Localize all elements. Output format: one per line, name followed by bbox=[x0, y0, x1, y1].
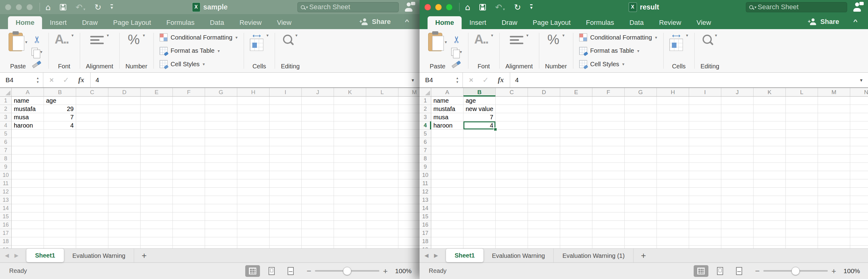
home-icon[interactable]: ⌂ bbox=[465, 3, 470, 11]
cell-A18[interactable] bbox=[431, 237, 463, 246]
cell-D15[interactable] bbox=[528, 212, 560, 221]
cell-J17[interactable] bbox=[721, 229, 753, 237]
cell-L6[interactable] bbox=[366, 138, 398, 146]
cell-J19[interactable] bbox=[721, 246, 753, 248]
cell-J10[interactable] bbox=[302, 171, 334, 179]
cell-C9[interactable] bbox=[496, 163, 528, 171]
cell-B8[interactable] bbox=[44, 154, 76, 163]
cell-G17[interactable] bbox=[205, 229, 237, 237]
tab-page-layout[interactable]: Page Layout bbox=[105, 16, 159, 29]
cell-N14[interactable] bbox=[850, 204, 868, 212]
cell-H9[interactable] bbox=[237, 163, 270, 171]
copy-button[interactable]: ▾ bbox=[32, 48, 42, 56]
view-normal-button[interactable] bbox=[245, 265, 260, 277]
col-header-I[interactable]: I bbox=[270, 88, 302, 97]
cell-B18[interactable] bbox=[44, 237, 76, 246]
cell-I8[interactable] bbox=[689, 154, 721, 163]
row-header-5[interactable]: 5 bbox=[0, 130, 12, 138]
cell-A4[interactable]: haroon bbox=[12, 121, 44, 130]
cell-G12[interactable] bbox=[625, 188, 657, 196]
cell-A14[interactable] bbox=[431, 204, 463, 212]
cell-J1[interactable] bbox=[302, 97, 334, 105]
cell-K19[interactable] bbox=[753, 246, 786, 248]
col-header-K[interactable]: K bbox=[753, 88, 786, 97]
undo-button[interactable]: ↶▾ bbox=[495, 3, 505, 11]
cell-N18[interactable] bbox=[850, 237, 868, 246]
cell-F15[interactable] bbox=[592, 212, 625, 221]
cell-A7[interactable] bbox=[431, 146, 463, 154]
cell-G17[interactable] bbox=[625, 229, 657, 237]
cell-G3[interactable] bbox=[625, 113, 657, 121]
cell-E3[interactable] bbox=[141, 113, 173, 121]
close-button[interactable] bbox=[425, 4, 431, 10]
cell-C5[interactable] bbox=[76, 130, 108, 138]
share-button[interactable]: + Share ^ bbox=[809, 14, 858, 29]
col-header-J[interactable]: J bbox=[721, 88, 753, 97]
cell-B18[interactable] bbox=[463, 237, 496, 246]
cell-H10[interactable] bbox=[237, 171, 270, 179]
col-header-E[interactable]: E bbox=[560, 88, 592, 97]
cell-L16[interactable] bbox=[366, 221, 398, 229]
row-header-9[interactable]: 9 bbox=[420, 163, 431, 171]
cell-C15[interactable] bbox=[496, 212, 528, 221]
row-header-11[interactable]: 11 bbox=[0, 179, 12, 188]
cell-K5[interactable] bbox=[334, 130, 366, 138]
row-header-6[interactable]: 6 bbox=[0, 138, 12, 146]
cell-E4[interactable] bbox=[560, 121, 592, 130]
cell-I17[interactable] bbox=[689, 229, 721, 237]
formula-input[interactable]: 4 bbox=[510, 76, 860, 84]
cell-D19[interactable] bbox=[528, 246, 560, 248]
cell-L19[interactable] bbox=[366, 246, 398, 248]
fill-handle[interactable] bbox=[494, 128, 497, 131]
row-header-14[interactable]: 14 bbox=[0, 204, 12, 212]
tab-view[interactable]: View bbox=[689, 16, 718, 29]
cell-F14[interactable] bbox=[173, 204, 205, 212]
cell-D16[interactable] bbox=[108, 221, 141, 229]
insert-function-icon[interactable]: fx bbox=[498, 76, 504, 84]
share-button[interactable]: + Share ^ bbox=[360, 14, 409, 29]
cell-A15[interactable] bbox=[431, 212, 463, 221]
cell-I3[interactable] bbox=[270, 113, 302, 121]
cell-F11[interactable] bbox=[592, 179, 625, 188]
cell-L4[interactable] bbox=[786, 121, 818, 130]
cell-G13[interactable] bbox=[625, 196, 657, 204]
col-header-L[interactable]: L bbox=[786, 88, 818, 97]
cell-F10[interactable] bbox=[592, 171, 625, 179]
cell-I2[interactable] bbox=[270, 105, 302, 113]
cell-E12[interactable] bbox=[141, 188, 173, 196]
save-icon[interactable] bbox=[479, 4, 486, 10]
cell-A11[interactable] bbox=[12, 179, 44, 188]
cell-B1[interactable]: age bbox=[44, 97, 76, 105]
cell-G19[interactable] bbox=[625, 246, 657, 248]
cell-A2[interactable]: mustafa bbox=[431, 105, 463, 113]
cell-A14[interactable] bbox=[12, 204, 44, 212]
cell-I3[interactable] bbox=[689, 113, 721, 121]
cell-B9[interactable] bbox=[44, 163, 76, 171]
cell-G19[interactable] bbox=[205, 246, 237, 248]
maximize-button[interactable] bbox=[446, 4, 453, 10]
cell-M2[interactable] bbox=[818, 105, 850, 113]
cell-H4[interactable] bbox=[657, 121, 689, 130]
cell-B14[interactable] bbox=[44, 204, 76, 212]
select-all-corner[interactable] bbox=[420, 88, 431, 97]
cell-M13[interactable] bbox=[398, 196, 420, 204]
cell-B13[interactable] bbox=[44, 196, 76, 204]
cell-E18[interactable] bbox=[141, 237, 173, 246]
cell-C19[interactable] bbox=[496, 246, 528, 248]
cell-I1[interactable] bbox=[689, 97, 721, 105]
collapse-ribbon-icon[interactable]: ^ bbox=[853, 18, 858, 25]
cell-L19[interactable] bbox=[786, 246, 818, 248]
cell-A10[interactable] bbox=[431, 171, 463, 179]
cell-L3[interactable] bbox=[366, 113, 398, 121]
cell-E16[interactable] bbox=[560, 221, 592, 229]
cell-M9[interactable] bbox=[398, 163, 420, 171]
cell-E1[interactable] bbox=[560, 97, 592, 105]
cell-E5[interactable] bbox=[141, 130, 173, 138]
cell-M5[interactable] bbox=[398, 130, 420, 138]
cell-M8[interactable] bbox=[398, 154, 420, 163]
cell-L9[interactable] bbox=[366, 163, 398, 171]
cell-G8[interactable] bbox=[205, 154, 237, 163]
cell-G3[interactable] bbox=[205, 113, 237, 121]
cell-L14[interactable] bbox=[366, 204, 398, 212]
cell-F11[interactable] bbox=[173, 179, 205, 188]
